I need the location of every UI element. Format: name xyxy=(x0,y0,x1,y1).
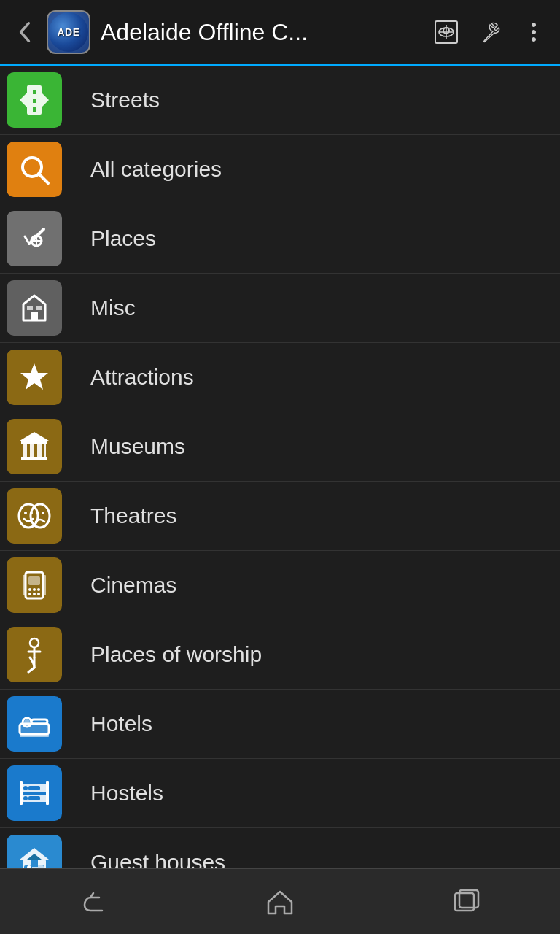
menu-item-museums[interactable]: Museums xyxy=(0,412,560,482)
svg-point-42 xyxy=(28,588,31,591)
svg-marker-27 xyxy=(20,432,49,441)
svg-rect-28 xyxy=(21,441,47,444)
menu-item-guest-houses[interactable]: Guest houses xyxy=(0,828,560,868)
misc-icon xyxy=(7,280,62,336)
svg-rect-60 xyxy=(20,781,23,805)
hotels-label: Hotels xyxy=(90,711,152,736)
svg-point-7 xyxy=(532,38,536,42)
theatres-icon xyxy=(7,488,62,544)
menu-item-misc[interactable]: Misc xyxy=(0,274,560,343)
svg-point-6 xyxy=(532,31,536,34)
places-icon xyxy=(7,211,62,266)
svg-point-50 xyxy=(30,638,39,647)
cinemas-label: Cinemas xyxy=(90,573,176,598)
hostels-icon xyxy=(7,765,62,821)
cinemas-icon xyxy=(7,557,62,613)
svg-point-37 xyxy=(31,504,50,528)
guest-houses-icon xyxy=(7,835,62,868)
app-logo: ADE xyxy=(47,10,90,54)
menu-item-all-categories[interactable]: All categories xyxy=(0,135,560,204)
svg-rect-61 xyxy=(46,781,49,805)
places-of-worship-label: Places of worship xyxy=(90,642,262,667)
all-categories-label: All categories xyxy=(90,157,222,182)
svg-rect-32 xyxy=(44,444,46,457)
svg-point-34 xyxy=(19,504,38,528)
misc-icon-box xyxy=(1,275,67,341)
svg-point-62 xyxy=(23,786,28,790)
svg-point-38 xyxy=(36,512,39,514)
svg-point-44 xyxy=(37,588,40,591)
svg-rect-48 xyxy=(23,575,26,595)
svg-point-35 xyxy=(24,512,27,514)
menu-item-theatres[interactable]: Theatres xyxy=(0,482,560,551)
svg-marker-26 xyxy=(20,363,48,390)
svg-rect-10 xyxy=(33,99,36,103)
svg-point-57 xyxy=(24,719,30,725)
guest-houses-label: Guest houses xyxy=(90,850,225,868)
attractions-icon xyxy=(7,350,62,405)
app-title: Adelaide Offline C... xyxy=(101,19,432,46)
svg-point-39 xyxy=(42,512,44,514)
svg-rect-25 xyxy=(36,306,42,310)
places-of-worship-icon xyxy=(7,627,62,682)
menu-list: Streets All categories xyxy=(0,66,560,868)
svg-marker-12 xyxy=(20,93,27,107)
attractions-label: Attractions xyxy=(90,365,194,390)
hostels-label: Hostels xyxy=(90,781,163,806)
menu-item-streets[interactable]: Streets xyxy=(0,66,560,135)
bottom-nav xyxy=(0,868,560,934)
map-icon-button[interactable] xyxy=(432,18,461,47)
svg-rect-55 xyxy=(31,719,47,724)
wrench-icon-button[interactable] xyxy=(475,18,505,47)
museums-icon-box xyxy=(1,414,67,479)
svg-line-17 xyxy=(25,236,29,244)
all-categories-icon xyxy=(7,142,62,197)
toolbar-actions xyxy=(432,18,548,47)
streets-label: Streets xyxy=(90,88,160,112)
all-categories-icon-box xyxy=(1,136,67,202)
svg-rect-49 xyxy=(43,575,46,595)
places-icon-box xyxy=(1,206,67,271)
cinemas-icon-box xyxy=(1,552,67,618)
menu-item-hotels[interactable]: Hotels xyxy=(0,690,560,759)
svg-point-43 xyxy=(33,588,36,591)
svg-rect-56 xyxy=(20,734,49,737)
toolbar: ADE Adelaide Offline C... xyxy=(0,0,560,66)
back-button[interactable] xyxy=(12,19,38,45)
svg-rect-33 xyxy=(21,457,47,460)
svg-rect-23 xyxy=(31,312,38,320)
guest-houses-icon-box xyxy=(1,830,67,868)
places-label: Places xyxy=(90,226,156,251)
svg-point-47 xyxy=(37,593,40,595)
menu-item-attractions[interactable]: Attractions xyxy=(0,343,560,412)
hotels-icon xyxy=(7,696,62,752)
svg-rect-31 xyxy=(37,444,42,457)
more-options-icon-button[interactable] xyxy=(519,18,548,47)
svg-rect-41 xyxy=(28,576,40,585)
svg-marker-13 xyxy=(42,93,49,107)
svg-rect-30 xyxy=(30,444,34,457)
menu-item-hostels[interactable]: Hostels xyxy=(0,759,560,828)
svg-rect-24 xyxy=(27,306,33,310)
nav-home-button[interactable] xyxy=(251,880,309,924)
menu-item-places-of-worship[interactable]: Places of worship xyxy=(0,620,560,690)
misc-label: Misc xyxy=(90,296,136,320)
nav-recents-button[interactable] xyxy=(438,880,496,924)
attractions-icon-box xyxy=(1,344,67,410)
museums-icon xyxy=(7,419,62,474)
svg-rect-63 xyxy=(28,786,40,790)
hotels-icon-box xyxy=(1,691,67,757)
svg-point-45 xyxy=(28,593,31,595)
svg-rect-65 xyxy=(28,796,40,800)
theatres-icon-box xyxy=(1,483,67,549)
menu-item-cinemas[interactable]: Cinemas xyxy=(0,551,560,620)
museums-label: Museums xyxy=(90,434,185,459)
menu-item-places[interactable]: Places xyxy=(0,204,560,274)
svg-line-15 xyxy=(39,174,48,183)
svg-rect-29 xyxy=(23,444,27,457)
nav-back-button[interactable] xyxy=(64,880,122,924)
streets-icon xyxy=(7,72,62,128)
hostels-icon-box xyxy=(1,760,67,826)
svg-rect-9 xyxy=(33,90,36,94)
svg-rect-11 xyxy=(33,107,36,112)
